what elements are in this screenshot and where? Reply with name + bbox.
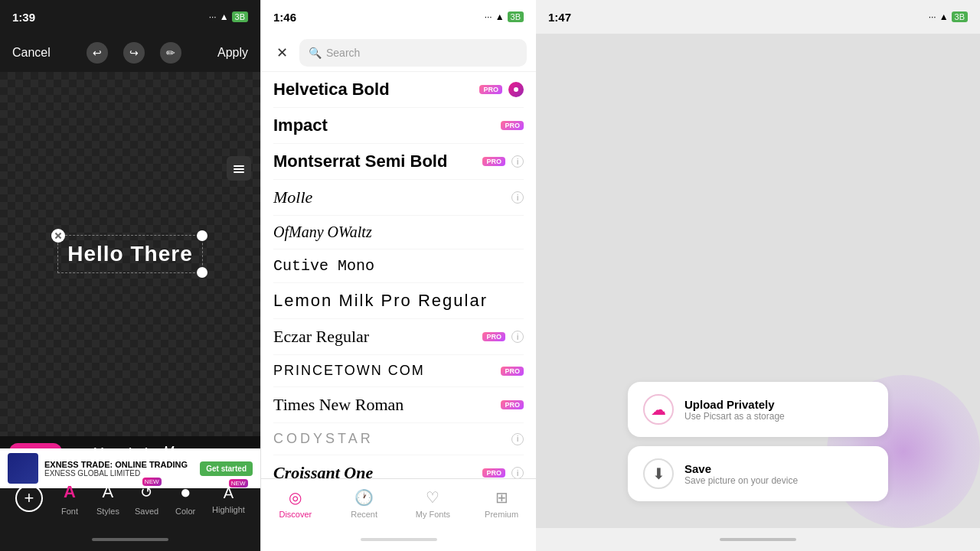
signal-dots-fonts-icon: ··· — [485, 11, 492, 22]
tab-recent[interactable]: 🕐 Recent — [330, 479, 399, 528]
font-item-name: Helvetica Bold — [273, 80, 473, 99]
font-list-item[interactable]: PRINCETOWN COMPRO — [273, 355, 524, 387]
color-toolbar-item[interactable]: ● Color — [174, 481, 197, 516]
upload-privately-icon: ☁ — [643, 394, 674, 425]
font-list-item[interactable]: CODYSTARi — [273, 423, 524, 455]
upload-privately-subtitle: Use Picsart as a storage — [684, 411, 873, 422]
signal-dots-icon: ··· — [209, 11, 217, 22]
fonts-panel: 1:46 ··· ▲ 3B ✕ 🔍 Search Helvetica BoldP… — [260, 0, 536, 551]
font-list-item[interactable]: Montserrat Semi BoldPROi — [273, 144, 524, 180]
upload-privately-card[interactable]: ☁ Upload Privately Use Picsart as a stor… — [628, 382, 888, 437]
status-time-fonts: 1:46 — [273, 11, 296, 24]
pro-badge: PRO — [501, 367, 524, 376]
font-list: Helvetica BoldPROImpactPROMontserrat Sem… — [261, 72, 536, 478]
ad-subtitle: EXNESS GLOBAL LIMITED — [44, 469, 194, 478]
save-card[interactable]: ⬇ Save Save picture on your device — [628, 446, 888, 501]
home-indicator-editor — [0, 528, 260, 551]
my-fonts-tab-icon: ♡ — [426, 488, 439, 507]
signal-dots-save-icon: ··· — [929, 11, 936, 22]
font-list-item[interactable]: Mollei — [273, 180, 524, 216]
canvas-area: Hello There — [0, 72, 260, 436]
saved-new-badge: NEW — [142, 478, 162, 486]
highlight-label: Highlight — [212, 505, 245, 514]
tab-my-fonts[interactable]: ♡ My Fonts — [399, 479, 468, 528]
premium-tab-icon: ⊞ — [495, 488, 508, 507]
home-bar-save — [720, 538, 796, 541]
info-icon[interactable]: i — [511, 433, 524, 445]
delete-handle[interactable] — [51, 229, 65, 243]
ad-cta-button[interactable]: Get started — [200, 461, 253, 476]
status-icons-save: ··· ▲ 3B — [929, 11, 968, 22]
font-list-item[interactable]: Helvetica BoldPRO — [273, 72, 524, 108]
search-input-wrap[interactable]: 🔍 Search — [299, 39, 527, 67]
info-icon[interactable]: i — [511, 155, 524, 168]
battery-save-icon: 3B — [952, 11, 968, 22]
info-icon[interactable]: i — [511, 331, 524, 343]
color-label: Color — [175, 507, 195, 516]
font-list-item[interactable]: ImpactPRO — [273, 108, 524, 144]
battery-icon: 3B — [232, 11, 248, 22]
font-list-item[interactable]: Times New RomanPRO — [273, 387, 524, 423]
saved-label: Saved — [135, 507, 158, 516]
home-indicator-fonts — [261, 528, 536, 551]
pro-badge: PRO — [482, 157, 505, 166]
editor-action-icons: ↩ ↪ ✏ — [87, 42, 181, 64]
status-bar-editor: 1:39 ··· ▲ 3B — [0, 0, 260, 34]
font-item-name: PRINCETOWN COM — [273, 363, 495, 379]
font-list-item[interactable]: Cutive Mono — [273, 249, 524, 283]
status-bar-save: 1:47 ··· ▲ 3B — [536, 0, 980, 34]
tab-discover[interactable]: ◎ Discover — [261, 479, 330, 528]
cancel-button[interactable]: Cancel — [12, 46, 51, 60]
recent-tab-label: Recent — [351, 510, 377, 519]
pro-badge: PRO — [479, 85, 502, 94]
search-placeholder: Search — [326, 47, 360, 59]
highlight-icon: A NEW — [217, 482, 240, 505]
font-item-name: Molle — [273, 187, 505, 207]
home-bar — [92, 538, 168, 541]
saved-toolbar-item[interactable]: ↺ NEW Saved — [135, 481, 158, 516]
font-item-name: Montserrat Semi Bold — [273, 152, 476, 171]
ad-title: EXNESS TRADE: ONLINE TRADING — [44, 460, 194, 469]
apply-button[interactable]: Apply — [217, 46, 248, 60]
editor-panel: 1:39 ··· ▲ 3B Cancel ↩ ↪ ✏ Apply Hello — [0, 0, 260, 551]
info-icon[interactable]: i — [511, 191, 524, 204]
styles-toolbar-item[interactable]: A Styles — [96, 481, 119, 516]
recent-tab-icon: 🕐 — [354, 488, 374, 507]
undo-button[interactable]: ↩ — [87, 42, 108, 64]
font-list-item[interactable]: Croissant OnePROi — [273, 455, 524, 478]
resize-handle-tr[interactable] — [197, 230, 207, 241]
status-icons-editor: ··· ▲ 3B — [209, 11, 248, 22]
font-list-item[interactable]: Lemon Milk Pro Regular — [273, 283, 524, 319]
svg-rect-1 — [234, 168, 244, 170]
resize-handle-br[interactable] — [197, 267, 207, 278]
save-subtitle: Save picture on your device — [684, 475, 873, 486]
font-item-name: Times New Roman — [273, 395, 495, 415]
editor-toolbar: Cancel ↩ ↪ ✏ Apply — [0, 34, 260, 72]
font-list-item[interactable]: OfMany OWaltz — [273, 216, 524, 249]
color-icon: ● — [174, 481, 197, 504]
font-tabs: ◎ Discover 🕐 Recent ♡ My Fonts ⊞ Premium — [261, 478, 536, 528]
tab-premium[interactable]: ⊞ Premium — [467, 479, 536, 528]
canvas-text[interactable]: Hello There — [67, 242, 192, 266]
wifi-icon: ▲ — [220, 11, 229, 22]
font-toolbar-item[interactable]: A Font — [58, 481, 81, 516]
layers-icon[interactable] — [227, 156, 251, 181]
font-item-name: Impact — [273, 116, 495, 135]
font-list-item[interactable]: Eczar RegularPROi — [273, 319, 524, 355]
status-time-save: 1:47 — [548, 11, 571, 24]
my-fonts-tab-label: My Fonts — [416, 510, 450, 519]
text-element[interactable]: Hello There — [57, 235, 202, 273]
info-icon[interactable]: i — [511, 467, 524, 478]
redo-button[interactable]: ↪ — [123, 42, 145, 64]
home-indicator-save — [536, 528, 980, 551]
brush-button[interactable]: ✏ — [160, 42, 181, 64]
save-download-icon: ⬇ — [643, 458, 674, 489]
selected-indicator — [508, 82, 524, 97]
save-title: Save — [684, 462, 873, 475]
close-button[interactable]: ✕ — [270, 41, 293, 64]
upload-privately-title: Upload Privately — [684, 398, 873, 411]
save-panel: 1:47 ··· ▲ 3B ☁ Upload Privately Use Pic… — [536, 0, 980, 551]
highlight-toolbar-item[interactable]: A NEW Highlight — [212, 482, 245, 514]
pro-badge: PRO — [482, 468, 505, 478]
ad-image — [8, 453, 38, 484]
